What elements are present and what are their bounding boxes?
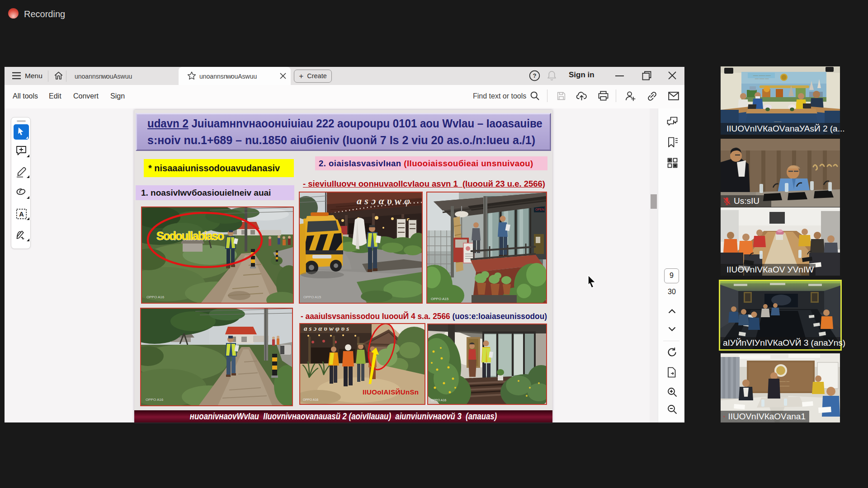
svg-text:OPPO A16: OPPO A16	[303, 398, 318, 401]
svg-text:asɔαυwφυs: asɔαυwφυs	[304, 325, 349, 332]
svg-text:OPPO A16: OPPO A16	[431, 399, 446, 402]
svg-text:____ _____ ____: ____ _____ ____	[753, 73, 771, 76]
svg-text:?: ?	[533, 72, 537, 79]
svg-text:___ ____ ___: ___ ____ ___	[755, 76, 769, 79]
svg-text:IIUOoIAISЙUnSn: IIUOoIAISЙUnSn	[363, 388, 419, 396]
svg-text:OPPO A15: OPPO A15	[303, 295, 321, 299]
svg-text:_____: _____	[774, 119, 782, 122]
svg-text:OPPO A16: OPPO A16	[146, 398, 164, 402]
svg-text:Sodoullabiaso: Sodoullabiaso	[156, 230, 224, 242]
svg-text:OPPO A15: OPPO A15	[431, 297, 449, 301]
svg-text:OPPO A16: OPPO A16	[146, 295, 165, 299]
svg-text:OPEN: OPEN	[535, 208, 544, 211]
svg-text:A: A	[19, 211, 24, 218]
